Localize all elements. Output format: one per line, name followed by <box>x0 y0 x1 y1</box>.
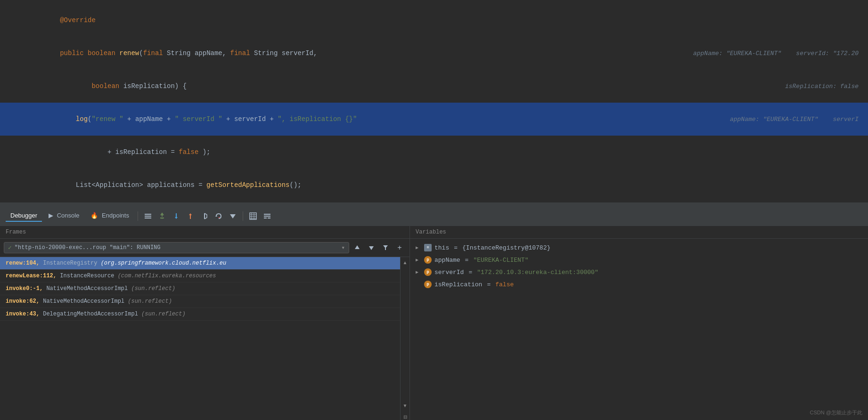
code-content: @Override public boolean renew(final Str… <box>0 0 868 202</box>
frame-item-2[interactable]: renewLease:112, InstanceResource (com.ne… <box>0 270 400 283</box>
frames-filter-btn[interactable] <box>379 242 392 254</box>
frames-scroll-down[interactable]: ▼ <box>401 401 409 410</box>
var-item-serverid[interactable]: ▶ p serverId = "172.20.10.3:eureka-clien… <box>410 266 868 278</box>
frames-up-icon <box>354 245 360 250</box>
var-this-value: {InstanceRegistry@10782} <box>462 244 550 251</box>
frame-3-class: NativeMethodAccessorImpl <box>46 285 128 292</box>
tab-debugger[interactable]: Debugger <box>6 210 42 222</box>
frame-4-package: (sun.reflect) <box>128 298 172 305</box>
line3-hint: isReplication: false <box>785 70 868 103</box>
svg-rect-15 <box>264 214 270 215</box>
run-to-cursor-btn[interactable] <box>198 210 211 222</box>
frame-3-name: invoke0:-1, <box>6 285 43 292</box>
svg-rect-17 <box>264 218 267 218</box>
debugger-toolbar: Debugger ▶ Console 🔥 Endpoints <box>0 206 868 226</box>
frames-toolbar: ✓ "http-nio-20000-exec...roup "main": RU… <box>0 239 409 257</box>
frame-2-name: renewLease:112, <box>6 273 57 279</box>
frames-down-btn[interactable] <box>365 242 377 254</box>
var-this-eq: = <box>454 244 458 251</box>
code-line-5-text: + isReplication = false ); <box>0 136 868 169</box>
thread-label: "http-nio-20000-exec...roup "main": RUNN… <box>15 244 338 251</box>
frame-3-package: (sun.reflect) <box>131 285 175 292</box>
frame-item-5[interactable]: invoke:43, DelegatingMethodAccessorImpl … <box>0 308 400 321</box>
var-item-isreplication[interactable]: ▶ p isReplication = false <box>410 278 868 291</box>
frame-item-1[interactable]: renew:104, InstanceRegistry (org.springf… <box>0 257 400 270</box>
flat-view-btn[interactable] <box>261 210 273 222</box>
var-this-expand-icon[interactable]: ▶ <box>416 245 421 250</box>
more-btn[interactable] <box>227 210 239 222</box>
frames-scroll-up[interactable]: ▲ <box>401 258 409 267</box>
frame-item-3[interactable]: invoke0:-1, NativeMethodAccessorImpl (su… <box>0 283 400 295</box>
frame-item-4[interactable]: invoke:62, NativeMethodAccessorImpl (sun… <box>0 295 400 308</box>
var-item-appname[interactable]: ▶ p appName = "EUREKA-CLIENT" <box>410 254 868 266</box>
code-line-2: public boolean renew(final String appNam… <box>0 37 868 70</box>
code-line-6: List<Application> applications = getSort… <box>0 169 868 202</box>
frames-copy-btn[interactable]: ⊟ <box>401 412 409 420</box>
svg-marker-21 <box>383 245 388 250</box>
svg-marker-19 <box>355 245 360 249</box>
step-out-icon <box>187 212 194 220</box>
step-into-btn[interactable] <box>170 210 182 222</box>
var-item-this[interactable]: ▶ ≡ this = {InstanceRegistry@10782} <box>410 242 868 254</box>
code-line-3-text: boolean isReplication) { <box>0 70 868 103</box>
var-appname-expand-icon[interactable]: ▶ <box>416 257 421 263</box>
var-serverid-icon: p <box>424 268 432 276</box>
frames-down-icon <box>368 245 374 250</box>
svg-rect-1 <box>145 216 151 217</box>
svg-marker-5 <box>189 213 192 215</box>
run-to-cursor-icon <box>201 212 208 220</box>
thread-selector[interactable]: ✓ "http-nio-20000-exec...roup "main": RU… <box>4 242 349 253</box>
step-out-btn[interactable] <box>184 210 197 222</box>
var-this-key: this <box>434 244 449 251</box>
horizontal-scrollbar[interactable] <box>0 202 868 206</box>
var-isreplication-value: false <box>495 281 514 288</box>
frame-1-class: InstanceRegistry <box>43 260 97 267</box>
table-icon <box>249 212 257 220</box>
frames-up-btn[interactable] <box>351 242 363 254</box>
endpoints-icon: 🔥 <box>90 212 98 219</box>
frames-panel: Frames ✓ "http-nio-20000-exec...roup "ma… <box>0 226 410 420</box>
var-this-icon: ≡ <box>424 244 432 251</box>
annotation: @Override <box>60 16 96 24</box>
sep-2 <box>243 211 243 221</box>
frames-with-scroll: renew:104, InstanceRegistry (org.springf… <box>0 257 409 420</box>
code-line-1-text: @Override <box>0 4 868 37</box>
flat-view-icon <box>263 212 271 220</box>
show-execution-btn[interactable] <box>142 210 154 222</box>
tab-console[interactable]: ▶ Console <box>44 210 84 222</box>
svg-marker-8 <box>230 214 236 218</box>
filter-icon <box>383 245 388 250</box>
svg-marker-20 <box>369 246 374 250</box>
var-appname-key: appName <box>434 257 460 264</box>
var-serverid-value: "172.20.10.3:eureka-client:30000" <box>477 269 598 276</box>
var-serverid-key: serverId <box>434 269 464 276</box>
var-serverid-eq: = <box>468 269 472 276</box>
svg-rect-0 <box>145 214 151 215</box>
more-icon <box>229 212 237 220</box>
var-isreplication-icon: p <box>424 281 432 288</box>
line2-hint: appName: "EUREKA-CLIENT" serverId: "172.… <box>693 37 868 70</box>
code-line-7: for (Application input : applications) { <box>0 202 868 202</box>
frame-4-name: invoke:62, <box>6 298 40 305</box>
frame-1-package: (org.springframework.cloud.netflix.eu <box>101 260 226 267</box>
execution-point-icon <box>144 212 152 220</box>
svg-rect-18 <box>268 218 270 218</box>
debugger-content: Frames ✓ "http-nio-20000-exec...roup "ma… <box>0 226 868 420</box>
reset-frames-btn[interactable] <box>213 210 225 222</box>
frame-5-class: DelegatingMethodAccessorImpl <box>43 311 138 317</box>
step-over-icon <box>158 212 166 220</box>
code-line-3: boolean isReplication) { isReplication: … <box>0 70 868 103</box>
var-isreplication-key: isReplication <box>434 281 482 288</box>
code-line-6-text: List<Application> applications = getSort… <box>0 169 868 202</box>
var-appname-eq: = <box>465 257 469 264</box>
watermark: CSDN @怎能止步于此 <box>810 409 862 416</box>
frames-add-btn[interactable]: + <box>393 242 406 254</box>
frame-2-class: InstanceResource <box>60 273 114 279</box>
var-serverid-expand-icon[interactable]: ▶ <box>416 269 421 275</box>
code-line-4: log("renew " + appName + " serverId " + … <box>0 103 868 136</box>
view-table-btn[interactable] <box>247 210 259 222</box>
step-over-btn[interactable] <box>156 210 168 222</box>
reset-icon <box>215 212 222 220</box>
tab-endpoints[interactable]: 🔥 Endpoints <box>86 210 133 222</box>
svg-rect-2 <box>145 218 151 218</box>
